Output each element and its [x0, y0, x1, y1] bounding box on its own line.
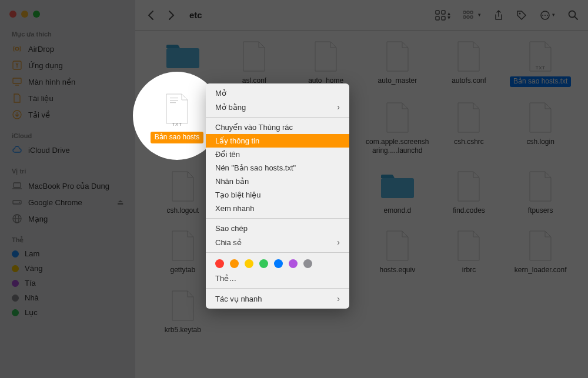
menu-item[interactable]: Chuyển vào Thùng rác: [206, 121, 349, 134]
menu-item-label: Mở bằng: [215, 103, 246, 112]
tag-button[interactable]: [516, 10, 527, 21]
menu-item[interactable]: Lấy thông tin: [206, 134, 349, 148]
disk-icon: [12, 197, 22, 208]
file-icon: [450, 101, 487, 134]
sidebar-tag[interactable]: Lục: [0, 305, 135, 320]
file-item[interactable]: kern_loader.conf: [505, 225, 576, 280]
svg-rect-19: [463, 16, 466, 18]
menu-item[interactable]: Tác vụ nhanh›: [206, 292, 349, 306]
file-icon: [450, 40, 487, 73]
maximize-button[interactable]: [33, 11, 40, 18]
sidebar-item[interactable]: Màn hình nền: [0, 73, 135, 90]
menu-item-label: Nhân bản: [215, 177, 249, 186]
sidebar-item[interactable]: MacBook Pro của Dung: [0, 178, 135, 194]
view-mode-button[interactable]: ▴▾: [435, 10, 450, 21]
color-tag[interactable]: [259, 259, 268, 268]
color-tag[interactable]: [215, 259, 224, 268]
file-item[interactable]: com.apple.screensharing.....launchd: [362, 96, 433, 160]
sidebar-tag[interactable]: Vàng: [0, 261, 135, 276]
menu-item[interactable]: Sao chép: [206, 222, 349, 235]
svg-rect-16: [463, 11, 466, 14]
downloads-icon: [12, 109, 22, 120]
svg-rect-13: [442, 11, 445, 14]
globe-icon: [12, 213, 22, 224]
file-name: ftpusers: [528, 206, 553, 216]
menu-item[interactable]: Xem nhanh: [206, 202, 349, 215]
sidebar-item-label: Màn hình nền: [28, 78, 75, 86]
file-item[interactable]: autofs.conf: [433, 35, 505, 92]
color-tag[interactable]: [289, 259, 298, 268]
tag-dot-icon: [12, 295, 19, 302]
svg-rect-35: [170, 102, 176, 103]
action-button[interactable]: ▾: [540, 10, 555, 21]
file-icon: TXT: [522, 40, 559, 73]
svg-rect-17: [467, 11, 469, 14]
folder-icon: [164, 40, 202, 73]
sidebar-item[interactable]: Mạng: [0, 210, 135, 227]
file-item[interactable]: auto_master: [362, 35, 433, 92]
sidebar-item-label: Tài liệu: [28, 94, 54, 103]
menu-color-row: [206, 256, 349, 272]
file-item[interactable]: ftpusers: [505, 165, 576, 220]
color-tag[interactable]: [245, 259, 253, 268]
forward-button[interactable]: [166, 9, 178, 21]
tag-dot-icon: [12, 250, 19, 257]
menu-item[interactable]: Đổi tên: [206, 148, 349, 161]
back-button[interactable]: [145, 9, 156, 21]
close-button[interactable]: [9, 11, 16, 18]
sidebar-tag[interactable]: Lam: [0, 246, 135, 261]
file-icon: [450, 170, 487, 203]
search-button[interactable]: [568, 10, 579, 21]
file-item[interactable]: TXTBản sao hosts.txt: [505, 35, 576, 92]
svg-rect-34: [170, 100, 178, 101]
menu-item[interactable]: Nhân bản: [206, 175, 349, 188]
menu-item-label: Đổi tên: [215, 150, 240, 159]
file-item[interactable]: find.codes: [433, 165, 505, 220]
svg-point-22: [519, 12, 521, 14]
menu-item[interactable]: Mở: [206, 86, 349, 100]
menu-item[interactable]: Thẻ…: [206, 272, 349, 285]
chevron-right-icon: ›: [337, 102, 340, 112]
svg-rect-18: [470, 11, 473, 14]
eject-icon[interactable]: ⏏: [117, 198, 123, 206]
color-tag[interactable]: [303, 259, 312, 268]
folder-title: etc: [189, 10, 432, 20]
sidebar-tag[interactable]: Tía: [0, 276, 135, 290]
sidebar-item-label: Tía: [25, 279, 36, 287]
sidebar-item-label: Mạng: [28, 215, 48, 223]
share-button[interactable]: [494, 10, 503, 21]
svg-point-0: [16, 48, 19, 51]
sidebar-item-label: Google Chrome: [28, 198, 82, 207]
svg-rect-12: [436, 11, 439, 14]
tag-dot-icon: [12, 309, 19, 316]
apps-icon: [12, 60, 22, 71]
sidebar-item[interactable]: Ứng dụng: [0, 57, 135, 73]
file-name: find.codes: [453, 206, 485, 216]
menu-item[interactable]: Tạo biệt hiệu: [206, 188, 349, 202]
minimize-button[interactable]: [21, 11, 28, 18]
sidebar-item[interactable]: Tải về: [0, 106, 135, 123]
menu-item[interactable]: Mở bằng›: [206, 100, 349, 114]
file-icon: [307, 40, 345, 73]
file-item[interactable]: csh.login: [505, 96, 576, 160]
sidebar-tag[interactable]: Nhà: [0, 290, 135, 305]
file-item[interactable]: hosts.equiv: [362, 225, 433, 280]
file-item[interactable]: emond.d: [362, 165, 433, 220]
svg-rect-14: [436, 16, 439, 20]
svg-rect-2: [13, 78, 21, 83]
sidebar-item[interactable]: Tài liệu: [0, 90, 135, 106]
svg-rect-15: [442, 16, 445, 20]
locations-header: Vị trí: [0, 163, 135, 178]
sidebar-item[interactable]: Google Chrome⏏: [0, 194, 135, 210]
file-item[interactable]: csh.cshrc: [433, 96, 505, 160]
file-item[interactable]: irbrc: [433, 225, 505, 280]
group-button[interactable]: ▾: [463, 11, 481, 20]
sidebar-item[interactable]: AirDrop: [0, 41, 135, 57]
sidebar-item[interactable]: iCloud Drive: [0, 142, 135, 158]
file-icon: [164, 170, 202, 203]
color-tag[interactable]: [230, 259, 239, 268]
color-tag[interactable]: [274, 259, 283, 268]
menu-item[interactable]: Chia sẻ›: [206, 235, 349, 249]
menu-separator: [206, 252, 349, 253]
menu-item[interactable]: Nén "Bản sao hosts.txt": [206, 161, 349, 175]
